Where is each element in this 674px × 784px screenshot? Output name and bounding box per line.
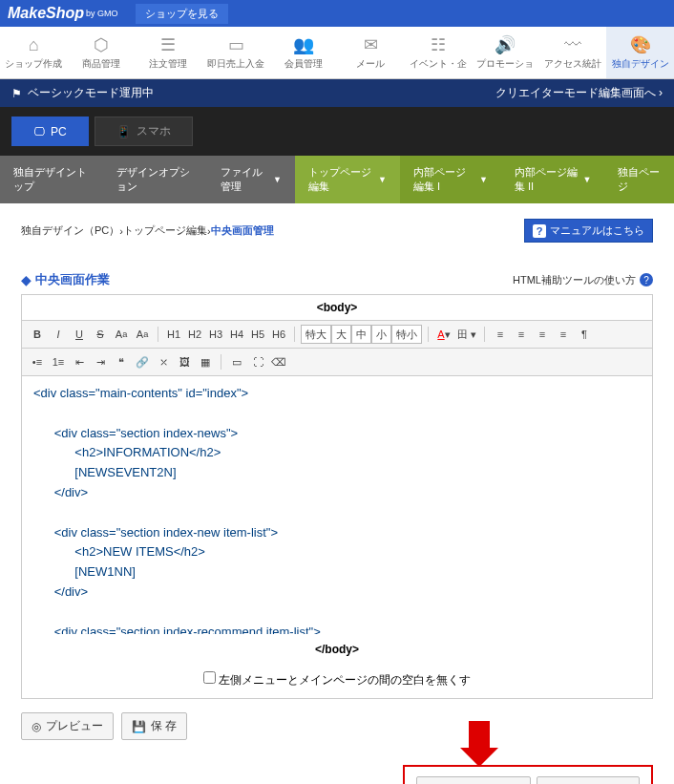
nav-item-0[interactable]: ⌂ショップ作成 — [0, 27, 68, 78]
subnav-label: トップページ編集 — [308, 165, 374, 194]
manual-button[interactable]: ? マニュアルはこちら — [524, 219, 653, 243]
size-中-button[interactable]: 中 — [351, 325, 371, 344]
chevron-down-icon: ▼ — [378, 175, 387, 184]
strike-button[interactable]: S — [91, 325, 110, 344]
subnav-item-5[interactable]: 内部ページ編集 II▼ — [501, 156, 604, 203]
size-小-button[interactable]: 小 — [371, 325, 391, 344]
subnav-label: 内部ページ編集 II — [515, 165, 579, 194]
size-大-button[interactable]: 大 — [331, 325, 351, 344]
quote-button[interactable]: ❝ — [112, 352, 131, 371]
nav-item-7[interactable]: 🔊プロモーショ — [472, 27, 539, 78]
subnav-label: 独自ページ — [618, 165, 661, 194]
italic-button[interactable]: I — [49, 325, 68, 344]
phone-icon: 📱 — [116, 125, 131, 138]
mode-label: ベーシックモード運用中 — [28, 85, 154, 101]
ul-button[interactable]: •≡ — [28, 352, 47, 371]
nav-label: 会員管理 — [284, 58, 323, 69]
subnav-item-1[interactable]: デザインオプション — [103, 156, 206, 203]
subnav-item-2[interactable]: ファイル管理▼ — [207, 156, 295, 203]
backup-load-button[interactable]: ↻ バックアップを読み込む — [416, 776, 531, 784]
nav-icon: ▭ — [204, 34, 268, 55]
nav-item-9[interactable]: 🎨独自デザイン — [606, 27, 674, 78]
backup-take-button[interactable]: 💾 バックアップをとる — [537, 776, 640, 784]
remove-gap-checkbox[interactable] — [203, 671, 216, 684]
nav-item-8[interactable]: 〰アクセス統計 — [539, 27, 607, 78]
nav-item-1[interactable]: ⬡商品管理 — [68, 27, 136, 78]
unlink-button[interactable]: ⤫ — [154, 352, 173, 371]
nav-label: 即日売上入金 — [207, 58, 264, 69]
nav-item-6[interactable]: ☷イベント・企 — [405, 27, 473, 78]
subnav-item-6[interactable]: 独自ページ — [604, 156, 674, 203]
nav-item-2[interactable]: ☰注文管理 — [135, 27, 202, 78]
nav-icon: ☷ — [407, 34, 471, 55]
nav-icon: ✉ — [339, 34, 403, 55]
device-sp-label: スマホ — [137, 123, 171, 139]
nav-icon: ⬡ — [70, 34, 134, 55]
h6-button[interactable]: H6 — [269, 325, 288, 344]
nav-label: プロモーショ — [476, 58, 534, 69]
nav-label: アクセス統計 — [544, 58, 601, 69]
sub-button[interactable]: Aa — [133, 325, 152, 344]
align-left-button[interactable]: ≡ — [491, 325, 510, 344]
table-button[interactable]: ▦ — [196, 352, 215, 371]
bg-color-button[interactable]: 田 ▾ — [455, 325, 478, 344]
image-button[interactable]: 🖼 — [175, 352, 194, 371]
align-justify-button[interactable]: ≡ — [554, 325, 573, 344]
bold-button[interactable]: B — [28, 325, 47, 344]
separator — [158, 327, 158, 342]
text-color-button[interactable]: A ▾ — [434, 325, 453, 344]
indent-button[interactable]: ⇥ — [91, 352, 110, 371]
breadcrumb: 独自デザイン（PC） › トップページ編集 › 中央画面管理 ? マニュアルはこ… — [21, 219, 653, 243]
h2-button[interactable]: H2 — [185, 325, 204, 344]
chevron-down-icon: ▼ — [273, 175, 282, 184]
nav-label: 独自デザイン — [612, 58, 669, 69]
crumb-1[interactable]: 独自デザイン（PC） — [21, 223, 119, 238]
underline-button[interactable]: U — [70, 325, 89, 344]
subnav-item-4[interactable]: 内部ページ編集 I▼ — [400, 156, 501, 203]
backup-buttons: ↻ バックアップを読み込む 💾 バックアップをとる — [416, 776, 640, 784]
nav-item-3[interactable]: ▭即日売上入金 — [202, 27, 270, 78]
subnav-item-3[interactable]: トップページ編集▼ — [295, 156, 400, 203]
html-editor-textarea[interactable] — [22, 376, 652, 634]
device-pc-button[interactable]: 🖵 PC — [11, 117, 89, 146]
size-特小-button[interactable]: 特小 — [391, 325, 422, 344]
nav-icon: 〰 — [541, 34, 605, 55]
outdent-button[interactable]: ⇤ — [70, 352, 89, 371]
preview-button[interactable]: ◎ プレビュー — [21, 712, 114, 740]
crumb-2[interactable]: トップページ編集 — [123, 223, 207, 238]
subnav-label: 内部ページ編集 I — [413, 165, 475, 194]
view-shop-button[interactable]: ショップを見る — [136, 4, 228, 24]
subnav-item-0[interactable]: 独自デザイントップ — [0, 156, 103, 203]
section-title: 中央画面作業 — [35, 271, 110, 288]
checkbox-label: 左側メニューとメインページの間の空白を無くす — [219, 673, 471, 687]
link-button[interactable]: 🔗 — [133, 352, 152, 371]
device-sp-button[interactable]: 📱 スマホ — [95, 117, 193, 146]
question-icon: ? — [533, 224, 546, 238]
save-button[interactable]: 💾 保 存 — [121, 712, 187, 740]
source-button[interactable]: ▭ — [227, 352, 246, 371]
paragraph-button[interactable]: ¶ — [575, 325, 594, 344]
bullet-icon: ◆ — [21, 272, 32, 287]
nav-label: 注文管理 — [149, 58, 187, 69]
align-right-button[interactable]: ≡ — [533, 325, 552, 344]
device-pc-label: PC — [51, 125, 67, 138]
sup-button[interactable]: Aa — [112, 325, 131, 344]
separator — [428, 327, 429, 342]
creator-mode-link[interactable]: クリエイターモード編集画面へ › — [495, 85, 663, 101]
editor-wrap: <body> B I U S Aa Aa H1 H2 H3 H4 H5 H6 特… — [21, 294, 653, 699]
h5-button[interactable]: H5 — [248, 325, 267, 344]
fullscreen-button[interactable]: ⛶ — [248, 352, 267, 371]
nav-label: 商品管理 — [82, 58, 120, 69]
h3-button[interactable]: H3 — [206, 325, 225, 344]
help-link[interactable]: HTML補助ツールの使い方 ? — [513, 273, 653, 287]
size-特大-button[interactable]: 特大 — [301, 325, 331, 344]
nav-item-4[interactable]: 👥会員管理 — [269, 27, 337, 78]
toolbar-row-2: •≡ 1≡ ⇤ ⇥ ❝ 🔗 ⤫ 🖼 ▦ ▭ ⛶ ⌫ — [22, 349, 652, 376]
h1-button[interactable]: H1 — [164, 325, 183, 344]
h4-button[interactable]: H4 — [227, 325, 246, 344]
clear-button[interactable]: ⌫ — [269, 352, 288, 371]
align-center-button[interactable]: ≡ — [512, 325, 531, 344]
nav-icon: ⌂ — [2, 34, 66, 55]
ol-button[interactable]: 1≡ — [49, 352, 68, 371]
nav-item-5[interactable]: ✉メール — [337, 27, 405, 78]
